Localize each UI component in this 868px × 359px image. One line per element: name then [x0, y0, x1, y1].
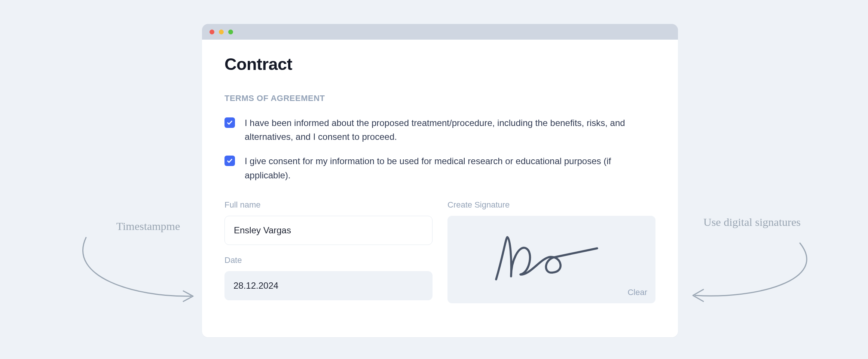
full-name-label: Full name	[224, 200, 433, 210]
term-text-2: I give consent for my information to be …	[245, 154, 638, 182]
full-name-input[interactable]	[224, 216, 433, 245]
checkbox-term-2[interactable]	[224, 156, 235, 166]
term-row-1: I have been informed about the proposed …	[224, 116, 655, 144]
clear-signature-button[interactable]: Clear	[627, 288, 647, 297]
right-column: Create Signature Clear	[447, 200, 655, 303]
date-input[interactable]	[224, 271, 433, 300]
checkbox-term-1[interactable]	[224, 117, 235, 128]
term-row-2: I give consent for my information to be …	[224, 154, 655, 182]
window-minimize-icon[interactable]	[219, 30, 224, 34]
annotation-signatures: Use digital signatures	[700, 215, 804, 229]
annotation-arrow-right	[688, 239, 822, 310]
section-label-terms: TERMS OF AGREEMENT	[224, 93, 655, 103]
annotation-arrow-left	[75, 232, 202, 307]
annotation-timestamp: Timestampme	[88, 219, 208, 233]
date-label: Date	[224, 255, 433, 265]
window-maximize-icon[interactable]	[228, 30, 233, 34]
signature-label: Create Signature	[447, 200, 655, 210]
signature-pad[interactable]: Clear	[447, 216, 655, 303]
window-titlebar	[202, 24, 678, 40]
term-text-1: I have been informed about the proposed …	[245, 116, 638, 144]
check-icon	[227, 120, 233, 126]
app-window: Contract TERMS OF AGREEMENT I have been …	[202, 24, 678, 337]
check-icon	[227, 158, 233, 164]
left-column: Full name Date	[224, 200, 433, 303]
terms-list: I have been informed about the proposed …	[224, 116, 655, 182]
signature-stroke	[485, 231, 605, 288]
page-title: Contract	[224, 55, 655, 74]
window-close-icon[interactable]	[210, 30, 214, 34]
annotation-timestamp-text: Timestampme	[116, 220, 180, 232]
annotation-signatures-text: Use digital signatures	[703, 216, 801, 228]
